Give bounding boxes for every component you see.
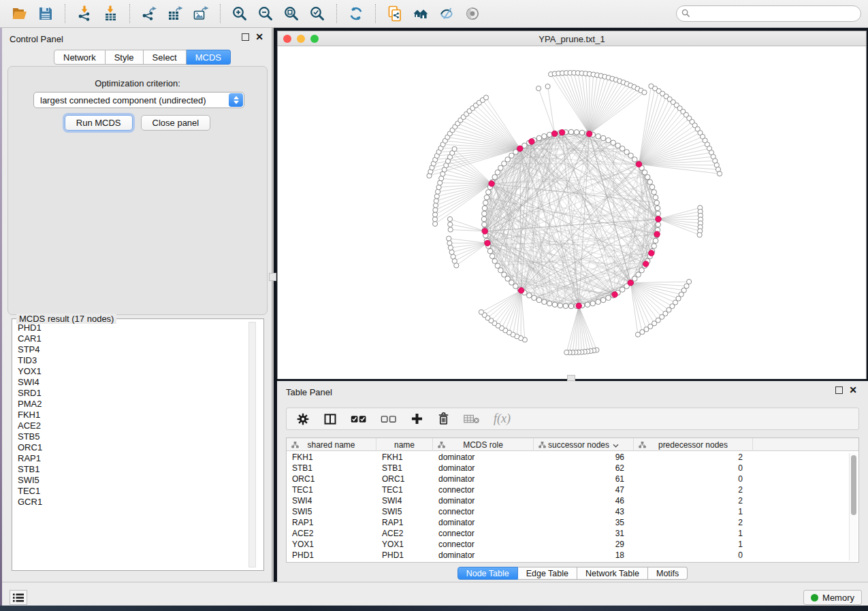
toolbar-separator [336,4,337,23]
save-session-icon[interactable] [35,3,56,24]
export-network-icon[interactable] [139,3,159,24]
tab-select[interactable]: Select [144,50,187,65]
import-table-icon[interactable] [100,3,120,24]
export-table-icon[interactable] [165,3,185,24]
cell: RAP1 [287,517,376,528]
network-graph[interactable] [278,46,866,379]
mcds-result-item[interactable]: STB1 [13,464,255,475]
mcds-result-item[interactable]: FKH1 [13,410,255,420]
mcds-result-item[interactable]: SRD1 [13,388,255,399]
delete-table-icon[interactable] [464,414,480,425]
mcds-result-item[interactable]: CAR1 [13,333,255,344]
header-cell-successor-nodes[interactable]: successor nodes [534,438,634,451]
cell: 96 [534,452,634,463]
table-row[interactable]: TEC1TEC1connector472 [287,484,858,495]
table-row[interactable]: SWI4SWI4dominator462 [287,495,858,506]
tab-network[interactable]: Network [54,50,106,65]
vertical-splitter[interactable] [272,28,274,582]
close-panel-icon[interactable]: ✕ [849,386,857,394]
cell: 2 [634,484,753,495]
mcds-list-scrollbar[interactable] [248,322,256,567]
export-image-icon[interactable] [191,3,211,24]
tab-edge-table[interactable]: Edge Table [518,567,577,580]
table-tabs: Node TableEdge TableNetwork TableMotifs [277,567,868,580]
function-builder-icon[interactable]: f(x) [494,412,511,426]
cell: connector [433,484,534,495]
float-panel-icon[interactable] [242,33,249,41]
header-cell-name[interactable]: name [376,438,433,451]
search-input[interactable] [676,5,861,22]
table-row[interactable]: RAP1RAP1dominator352 [287,517,858,528]
header-cell-shared-name[interactable]: shared name [287,438,376,451]
search-field-wrap [676,5,861,22]
close-panel-icon[interactable]: ✕ [255,33,263,41]
select-stepper-icon [229,93,243,107]
zoom-out-icon[interactable] [255,3,276,24]
mcds-result-item[interactable]: RAP1 [13,453,255,464]
mcds-result-item[interactable]: PHD1 [13,323,255,333]
mcds-result-item[interactable]: ORC1 [13,442,255,453]
memory-button[interactable]: Memory [803,590,862,605]
open-session-icon[interactable] [10,3,30,24]
mcds-result-item[interactable]: TID3 [13,355,255,366]
table-header: shared namenameMCDS rolesuccessor nodesp… [287,438,858,451]
mcds-result-item[interactable]: GCR1 [13,497,255,508]
network-titlebar[interactable]: YPA_prune.txt_1 [278,31,866,46]
refresh-icon[interactable] [346,3,366,24]
tab-motifs[interactable]: Motifs [648,567,688,580]
mcds-result-item[interactable]: TEC1 [13,486,255,497]
criterion-select[interactable]: largest connected component (undirected) [33,92,244,108]
mcds-result-list[interactable]: PHD1CAR1STP4TID3YOX1SWI4SRD1PMA2FKH1ACE2… [13,323,255,569]
import-network-icon[interactable] [74,3,95,24]
table-row[interactable]: STB1STB1dominator620 [287,463,858,474]
app-window: Control Panel ✕ NetworkStyleSelectMCDS O… [0,0,868,611]
cell: 1 [634,506,753,517]
table-mode-icon[interactable] [296,412,310,426]
run-mcds-button[interactable]: Run MCDS [65,115,133,131]
cell: 2 [634,452,753,463]
table-row[interactable]: FKH1FKH1dominator962 [287,452,858,463]
header-cell-predecessor-nodes[interactable]: predecessor nodes [634,438,753,451]
horizontal-splitter-handle[interactable] [567,375,575,381]
nested-networks-icon[interactable] [411,3,431,24]
mcds-result-item[interactable]: PMA2 [13,399,255,410]
table-row[interactable]: YOX1YOX1connector291 [287,539,858,550]
create-column-icon[interactable] [411,412,423,425]
mcds-result-item[interactable]: YOX1 [13,366,255,377]
mcds-result-item[interactable]: STP4 [13,344,255,355]
header-cell-MCDS-role[interactable]: MCDS role [433,438,534,451]
mcds-result-item[interactable]: SWI4 [13,377,255,388]
table-scrollbar[interactable] [849,453,857,561]
float-panel-icon[interactable] [835,386,843,394]
task-history-button[interactable] [10,590,27,605]
mcds-result-item[interactable]: SWI5 [13,475,255,486]
zoom-in-icon[interactable] [229,3,250,24]
hide-visual-properties-icon[interactable] [436,3,457,24]
mcds-result-item[interactable]: ACE2 [13,420,255,431]
table-row[interactable]: PHD1PHD1dominator180 [287,550,858,561]
zoom-selected-icon[interactable] [307,3,327,24]
show-column-icon[interactable] [323,412,337,426]
tab-mcds[interactable]: MCDS [187,50,231,65]
deselect-all-rows-icon[interactable] [381,414,397,425]
zoom-fit-icon[interactable] [281,3,302,24]
sort-chevron-icon [613,440,619,450]
select-all-rows-icon[interactable] [351,414,367,425]
mcds-result-item[interactable]: STB5 [13,431,255,442]
cell: connector [433,506,534,517]
table-toolbar: f(x) [286,408,859,430]
table-row[interactable]: ORC1ORC1dominator610 [287,474,858,484]
tab-node-table[interactable]: Node Table [457,567,518,580]
show-visual-properties-icon[interactable] [462,3,483,24]
table-row[interactable]: ACE2ACE2connector311 [287,528,858,539]
table-row[interactable]: SWI5SWI5connector431 [287,506,858,517]
clone-network-icon[interactable] [385,3,405,24]
vertical-splitter-handle[interactable] [269,273,276,281]
column-type-icon [639,441,646,450]
table-scrollbar-thumb[interactable] [851,455,856,515]
cell: dominator [433,474,534,484]
close-panel-button[interactable]: Close panel [141,115,211,131]
tab-network-table[interactable]: Network Table [577,567,648,580]
delete-column-icon[interactable] [437,412,450,425]
tab-style[interactable]: Style [106,50,144,65]
